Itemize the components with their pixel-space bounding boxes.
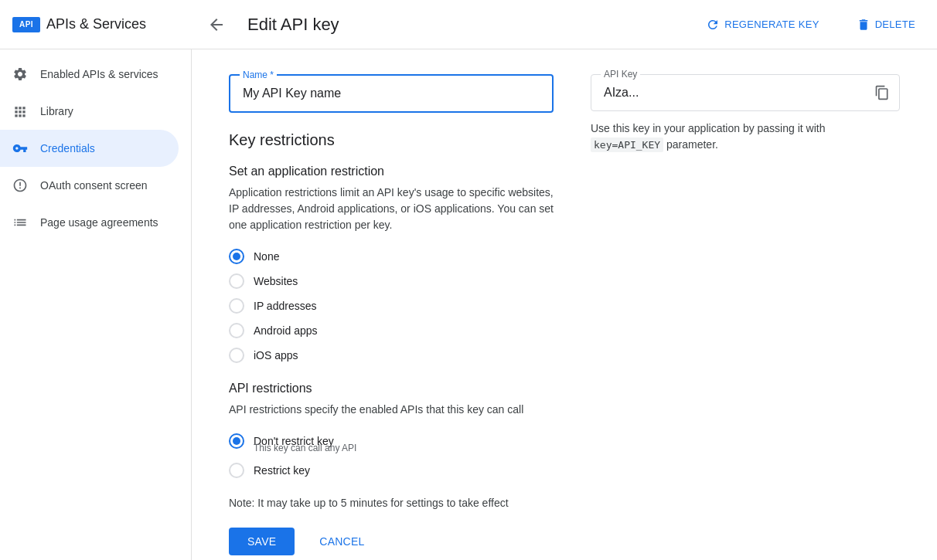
api-key-label: API Key	[601, 69, 640, 80]
api-logo: API	[12, 17, 40, 32]
radio-dont-restrict-input[interactable]	[229, 433, 244, 449]
sidebar-label-oauth: OAuth consent screen	[40, 179, 148, 192]
delete-label: DELETE	[875, 19, 915, 30]
sidebar-item-page-usage[interactable]: Page usage agreements	[0, 204, 179, 241]
name-label: Name *	[240, 70, 277, 80]
radio-android-input[interactable]	[229, 323, 244, 338]
key-restrictions-title: Key restrictions	[229, 131, 554, 149]
person-list-icon	[12, 178, 28, 193]
api-key-field-group: API Key Use this key in your application…	[591, 74, 900, 153]
radio-none-input[interactable]	[229, 249, 244, 264]
api-radio-dont-restrict-container: Don't restrict key This key can call any…	[229, 433, 554, 453]
app-restriction-title: Set an application restriction	[229, 165, 554, 178]
gear-icon	[12, 66, 28, 82]
radio-restrict[interactable]: Restrict key	[229, 463, 554, 478]
api-key-hint: Use this key in your application by pass…	[591, 120, 900, 153]
sidebar-item-credentials[interactable]: Credentials	[0, 130, 179, 167]
api-restriction-radio-group: Don't restrict key This key can call any…	[229, 433, 554, 478]
page-title: Edit API key	[247, 15, 339, 35]
header-actions: Edit API key REGENERATE KEY DELETE	[204, 12, 925, 38]
radio-ip[interactable]: IP addresses	[229, 298, 554, 314]
main-content: Name * Key restrictions Set an applicati…	[192, 49, 937, 560]
radio-restrict-label: Restrict key	[254, 464, 310, 477]
api-restrictions-desc: API restrictions specify the enabled API…	[229, 402, 554, 418]
sidebar-label-page-usage: Page usage agreements	[40, 216, 158, 229]
copy-api-key-button[interactable]	[865, 79, 899, 107]
back-button[interactable]	[204, 12, 229, 37]
regenerate-key-button[interactable]: REGENERATE KEY	[697, 12, 828, 38]
radio-ios-label: iOS apps	[254, 349, 298, 361]
save-button[interactable]: SAVE	[229, 528, 295, 555]
app-title: APIs & Services	[46, 16, 146, 32]
actions-row: SAVE CANCEL	[229, 528, 554, 555]
api-key-hint-code: key=API_KEY	[591, 137, 663, 152]
list-lines-icon	[12, 215, 28, 230]
sidebar-item-enabled-apis[interactable]: Enabled APIs & services	[0, 56, 179, 93]
app-restriction-radio-group: None Websites IP addresses Android	[229, 249, 554, 363]
regenerate-label: REGENERATE KEY	[724, 19, 819, 30]
note-text: Note: It may take up to 5 minutes for se…	[229, 497, 554, 509]
radio-android-label: Android apps	[254, 324, 318, 337]
logo-area: API APIs & Services	[12, 16, 204, 32]
sidebar-item-library[interactable]: Library	[0, 93, 179, 130]
radio-ip-label: IP addresses	[254, 300, 316, 312]
radio-websites-input[interactable]	[229, 273, 244, 289]
sidebar: Enabled APIs & services Library Credenti…	[0, 49, 192, 560]
left-column: Name * Key restrictions Set an applicati…	[229, 74, 554, 555]
radio-websites[interactable]: Websites	[229, 273, 554, 289]
api-key-input[interactable]	[591, 75, 865, 110]
grid-icon	[12, 104, 28, 119]
sidebar-label-enabled-apis: Enabled APIs & services	[40, 68, 158, 80]
radio-restrict-input[interactable]	[229, 463, 244, 478]
api-key-hint-text: Use this key in your application by pass…	[591, 122, 825, 134]
radio-ip-input[interactable]	[229, 298, 244, 314]
name-text-field: Name *	[229, 74, 554, 113]
name-input[interactable]	[230, 76, 552, 111]
radio-android[interactable]: Android apps	[229, 323, 554, 338]
radio-ios[interactable]: iOS apps	[229, 348, 554, 363]
radio-none-label: None	[254, 250, 279, 263]
sidebar-label-credentials: Credentials	[40, 142, 95, 154]
api-restrictions-section: API restrictions API restrictions specif…	[229, 382, 554, 478]
app-restriction-section: Set an application restriction Applicati…	[229, 165, 554, 363]
radio-ios-input[interactable]	[229, 348, 244, 363]
radio-websites-label: Websites	[254, 275, 298, 287]
top-header: API APIs & Services Edit API key REGENER…	[0, 0, 937, 49]
sidebar-label-library: Library	[40, 105, 73, 117]
api-key-hint-suffix: parameter.	[666, 138, 718, 151]
api-key-field: API Key	[591, 74, 900, 111]
api-restrictions-title: API restrictions	[229, 382, 554, 395]
key-icon	[12, 141, 28, 156]
cancel-button[interactable]: CANCEL	[301, 528, 383, 555]
name-field-group: Name *	[229, 74, 554, 113]
app-restriction-desc: Application restrictions limit an API ke…	[229, 185, 554, 233]
main-layout: Enabled APIs & services Library Credenti…	[0, 49, 937, 560]
sidebar-item-oauth[interactable]: OAuth consent screen	[0, 167, 179, 204]
radio-none[interactable]: None	[229, 249, 554, 264]
content-grid: Name * Key restrictions Set an applicati…	[229, 74, 900, 555]
radio-dont-restrict-sublabel: This key can call any API	[254, 443, 554, 453]
delete-button[interactable]: DELETE	[847, 12, 925, 38]
right-column: API Key Use this key in your application…	[591, 74, 900, 555]
